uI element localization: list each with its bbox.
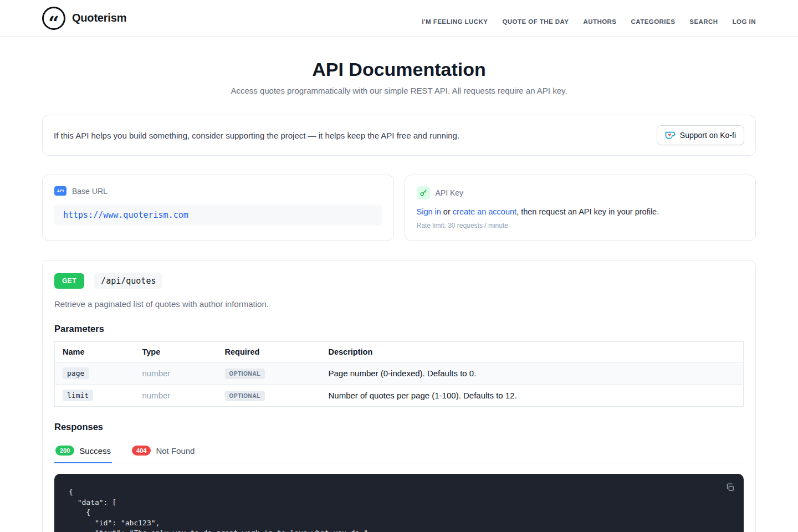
param-type: number [142, 369, 171, 378]
api-badge-icon: API [54, 186, 66, 196]
instructions-rest: , then request an API key in your profil… [516, 207, 659, 216]
copy-button[interactable] [723, 480, 737, 494]
tab-not-found-label: Not Found [156, 446, 195, 456]
parameters-table: Name Type Required Description page numb… [54, 341, 744, 407]
kofi-cup-icon [665, 131, 676, 140]
endpoint-header: GET /api/quotes [54, 273, 744, 289]
nav-link-log-in[interactable]: LOG IN [733, 18, 756, 25]
brand-name: Quoterism [72, 12, 126, 24]
param-type: number [142, 391, 171, 400]
support-banner: If this API helps you build something, c… [42, 115, 756, 156]
base-url-label: Base URL [72, 187, 108, 196]
page-title: API Documentation [0, 59, 798, 80]
tab-success[interactable]: 200 Success [54, 442, 112, 463]
column-header-required: Required [217, 342, 321, 362]
param-name-chip: page [63, 367, 89, 379]
quoterism-logo-icon: “ [42, 7, 65, 30]
rate-limit-text: Rate limit: 30 requests / minute [417, 222, 744, 229]
column-header-description: Description [321, 342, 744, 362]
page-subtitle: Access quotes programmatically with our … [0, 86, 798, 95]
tab-not-found[interactable]: 404 Not Found [131, 442, 196, 463]
base-url-card: API Base URL https://www.quoterism.com [42, 175, 394, 241]
header: “ Quoterism I'M FEELING LUCKY QUOTE OF T… [0, 0, 798, 37]
nav-link-quote-of-the-day[interactable]: QUOTE OF THE DAY [502, 18, 569, 25]
column-header-name: Name [55, 342, 135, 362]
optional-badge: OPTIONAL [225, 369, 265, 379]
brand[interactable]: “ Quoterism [42, 7, 126, 30]
hero: API Documentation Access quotes programm… [0, 59, 798, 95]
responses-heading: Responses [54, 422, 744, 432]
api-key-instructions: Sign in or create an account, then reque… [417, 207, 744, 216]
info-cards-row: API Base URL https://www.quoterism.com A… [42, 175, 756, 241]
kofi-button-label: Support on Ko-fi [680, 131, 736, 140]
optional-badge: OPTIONAL [225, 391, 265, 401]
column-header-type: Type [135, 342, 217, 362]
method-badge: GET [54, 273, 84, 289]
param-description: Number of quotes per page (1-100). Defau… [329, 391, 517, 400]
support-kofi-button[interactable]: Support on Ko-fi [657, 125, 744, 145]
api-key-label: API Key [436, 188, 464, 197]
content: If this API helps you build something, c… [42, 115, 756, 532]
status-badge-200: 200 [55, 446, 74, 456]
nav-link-im-feeling-lucky[interactable]: I'M FEELING LUCKY [422, 18, 488, 25]
copy-icon [725, 483, 735, 492]
page: “ Quoterism I'M FEELING LUCKY QUOTE OF T… [0, 0, 798, 532]
nav-link-search[interactable]: SEARCH [689, 18, 718, 25]
response-code-block: { "data": [ { "id": "abc123", "text": "T… [54, 474, 744, 532]
param-row-page: page number OPTIONAL Page number (0-inde… [55, 362, 744, 385]
or-text: or [441, 207, 453, 216]
nav-link-authors[interactable]: AUTHORS [583, 18, 616, 25]
param-row-limit: limit number OPTIONAL Number of quotes p… [55, 385, 744, 407]
status-badge-404: 404 [132, 446, 151, 456]
param-name-chip: limit [63, 390, 93, 401]
create-account-link[interactable]: create an account [453, 207, 516, 216]
key-icon [417, 186, 430, 200]
table-header-row: Name Type Required Description [55, 342, 744, 362]
response-json-sample: { "data": [ { "id": "abc123", "text": "T… [69, 487, 729, 532]
response-tabs: 200 Success 404 Not Found [54, 442, 744, 463]
parameters-heading: Parameters [54, 324, 744, 334]
base-url-value: https://www.quoterism.com [54, 204, 382, 226]
api-key-card: API Key Sign in or create an account, th… [405, 175, 756, 241]
endpoint-path: /api/quotes [94, 273, 162, 289]
tab-success-label: Success [79, 446, 111, 456]
param-description: Page number (0-indexed). Defaults to 0. [329, 369, 477, 378]
endpoint-description: Retrieve a paginated list of quotes with… [54, 299, 744, 309]
support-message: If this API helps you build something, c… [54, 131, 459, 140]
main-nav: I'M FEELING LUCKY QUOTE OF THE DAY AUTHO… [422, 18, 756, 25]
endpoint-card: GET /api/quotes Retrieve a paginated lis… [42, 260, 756, 532]
nav-link-categories[interactable]: CATEGORIES [631, 18, 676, 25]
sign-in-link[interactable]: Sign in [417, 207, 441, 216]
